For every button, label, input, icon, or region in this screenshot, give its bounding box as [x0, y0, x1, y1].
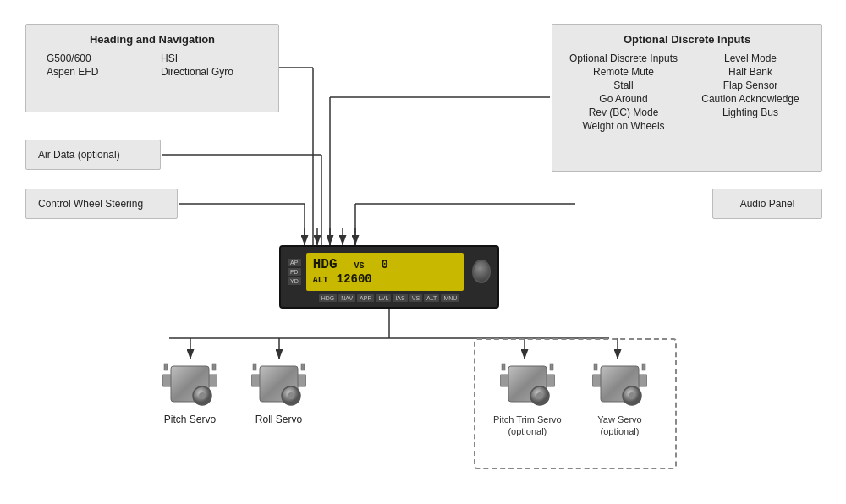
audio-panel-box: Audio Panel [712, 189, 822, 219]
svg-rect-47 [642, 364, 645, 370]
svg-rect-40 [502, 364, 505, 370]
yaw-servo: Yaw Servo (optional) [592, 359, 647, 438]
heading-nav-item-4: Directional Gyro [161, 66, 258, 78]
diagram-container: Heading and Navigation G500/600 HSI Aspe… [0, 0, 846, 504]
optional-input-item-6: Weight on Wheels [564, 120, 683, 132]
roll-servo-icon [251, 359, 306, 408]
yaw-servo-icon [592, 359, 647, 408]
ap-mode-ap: AP [288, 259, 301, 266]
pitch-servo-label: Pitch Servo [164, 414, 216, 425]
heading-nav-item-3: Aspen EFD [47, 66, 144, 78]
pitch-trim-servo: Pitch Trim Servo (optional) [493, 359, 562, 438]
cws-box: Control Wheel Steering [25, 189, 178, 219]
yaw-servo-label: Yaw Servo (optional) [597, 414, 641, 438]
svg-rect-41 [550, 364, 553, 370]
ap-right-knob[interactable] [472, 260, 491, 283]
optional-input-item-10: Caution Acknowledge [691, 93, 810, 105]
ap-mode-fd: FD [288, 268, 301, 276]
ap-alt-val: 12600 [337, 272, 372, 286]
ap-btn-alt[interactable]: ALT [424, 294, 439, 302]
ap-alt-label: ALT [313, 276, 328, 285]
optional-input-item-3: Stall [564, 79, 683, 91]
ap-display: HDG VS 0 ALT 12600 [306, 253, 464, 291]
ap-btn-mnu[interactable]: MNU [441, 294, 459, 302]
svg-rect-34 [253, 364, 256, 370]
autopilot-device: AP FD YD HDG VS 0 ALT 12600 [279, 245, 499, 309]
roll-servo: Roll Servo [251, 359, 306, 425]
svg-point-44 [536, 392, 543, 399]
pitch-servo-icon [162, 359, 217, 408]
ap-vs-label: VS [354, 261, 365, 271]
optional-input-item-5: Rev (BC) Mode [564, 107, 683, 118]
air-data-box: Air Data (optional) [25, 140, 161, 170]
optional-input-item-8: Half Bank [691, 66, 810, 78]
optional-inputs-col1: Optional Discrete Inputs Remote Mute Sta… [564, 52, 683, 134]
optional-input-item-2: Remote Mute [564, 66, 683, 78]
ap-buttons-row: HDG NAV APR LVL IAS VS ALT MNU [319, 294, 460, 302]
cws-label: Control Wheel Steering [38, 198, 143, 210]
svg-rect-35 [301, 364, 305, 370]
optional-input-item-1: Optional Discrete Inputs [564, 52, 683, 64]
ap-display-main: HDG VS 0 ALT 12600 [313, 257, 457, 286]
ap-hdg: HDG [313, 257, 338, 272]
svg-rect-46 [594, 364, 597, 370]
ap-btn-nav[interactable]: NAV [338, 294, 355, 302]
optional-input-item-9: Flap Sensor [691, 79, 810, 91]
ap-display-row1: HDG VS 0 [313, 257, 457, 272]
optional-input-item-11: Lighting Bus [691, 107, 810, 118]
optional-input-item-4: Go Around [564, 93, 683, 105]
optional-inputs-col2: Level Mode Half Bank Flap Sensor Caution… [691, 52, 810, 134]
svg-rect-28 [164, 364, 168, 370]
heading-nav-box: Heading and Navigation G500/600 HSI Aspe… [25, 24, 279, 112]
pitch-servo: Pitch Servo [162, 359, 217, 425]
ap-btn-vs[interactable]: VS [409, 294, 422, 302]
svg-rect-29 [212, 364, 216, 370]
audio-panel-label: Audio Panel [740, 198, 795, 210]
svg-point-32 [199, 392, 206, 399]
svg-point-38 [288, 392, 294, 399]
air-data-label: Air Data (optional) [38, 149, 120, 161]
optional-inputs-title: Optional Discrete Inputs [564, 33, 810, 46]
heading-nav-title: Heading and Navigation [38, 33, 266, 46]
optional-inputs-box: Optional Discrete Inputs Optional Discre… [552, 24, 822, 172]
optional-input-item-7: Level Mode [691, 52, 810, 64]
pitch-trim-servo-icon [500, 359, 555, 408]
pitch-trim-servo-label: Pitch Trim Servo (optional) [493, 414, 562, 438]
roll-servo-label: Roll Servo [255, 414, 302, 425]
svg-point-50 [629, 392, 635, 399]
ap-btn-apr[interactable]: APR [357, 294, 374, 302]
heading-nav-item-2: HSI [161, 52, 258, 64]
ap-btn-ias[interactable]: IAS [393, 294, 407, 302]
heading-nav-item-1: G500/600 [47, 52, 144, 64]
ap-btn-hdg[interactable]: HDG [319, 294, 338, 302]
ap-vs-val: 0 [382, 258, 388, 271]
optional-inputs-items: Optional Discrete Inputs Remote Mute Sta… [564, 52, 810, 134]
ap-mode-yd: YD [288, 277, 301, 285]
ap-btn-lvl[interactable]: LVL [376, 294, 391, 302]
heading-nav-items: G500/600 HSI Aspen EFD Directional Gyro [38, 52, 266, 78]
ap-display-row2: ALT 12600 [313, 272, 457, 286]
